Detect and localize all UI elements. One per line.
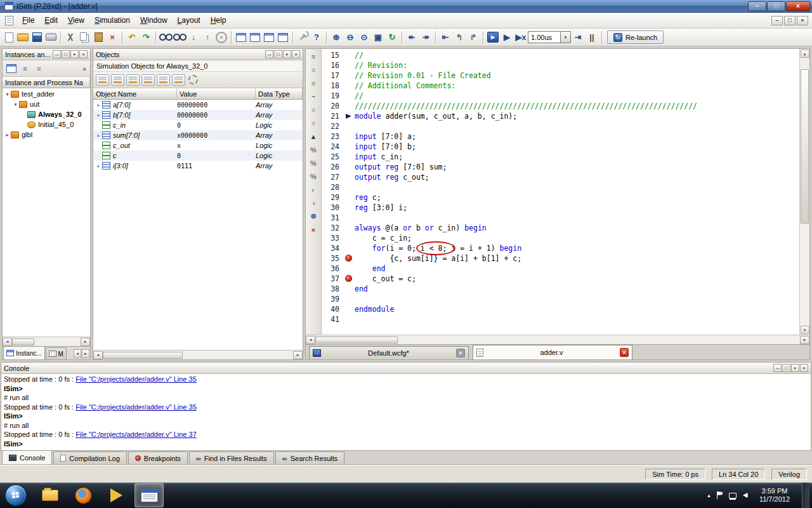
expand-all-icon[interactable]: ≡ xyxy=(19,63,31,74)
paste-button[interactable] xyxy=(91,30,105,44)
marker-gutter[interactable] xyxy=(344,274,355,284)
code-text[interactable]: output reg c_out; xyxy=(355,172,429,182)
add-signals-icon[interactable]: ≡ xyxy=(308,50,320,62)
code-text[interactable]: // Revision 0.01 - File Created xyxy=(355,70,491,81)
object-row-c[interactable]: c0Logic xyxy=(93,150,303,161)
zoom-area-button[interactable]: ▣ xyxy=(371,30,385,44)
console-tab-console[interactable]: Console xyxy=(2,450,52,464)
menu-simulation[interactable]: Simulation xyxy=(89,14,135,27)
code-text[interactable]: // Additional Comments: xyxy=(355,81,455,91)
goto-previous-transition-button[interactable]: ↞ xyxy=(405,30,419,44)
object-row-c-in[interactable]: c_in0Logic xyxy=(93,120,303,130)
window-close-button[interactable]: × xyxy=(786,1,810,11)
editor-vscroll-up-arrow[interactable]: ▴ xyxy=(801,50,809,58)
console-tab-find-in-files-results[interactable]: ∞Find in Files Results xyxy=(189,451,274,464)
marker-gutter[interactable] xyxy=(344,182,355,192)
filter-internal-icon[interactable] xyxy=(141,74,155,86)
taskbar-firefox-button[interactable] xyxy=(69,483,98,507)
step-return-button[interactable]: ↰ xyxy=(452,30,466,44)
code-text[interactable]: module adder(sum, c_out, a, b, c_in); xyxy=(355,111,517,121)
tab-adder-v[interactable]: adder.v× xyxy=(473,345,632,359)
add-group-icon[interactable]: ≡ xyxy=(308,77,320,89)
code-text[interactable]: endmodule xyxy=(355,304,394,314)
find-in-files-button[interactable] xyxy=(173,30,187,44)
menu-edit[interactable]: Edit xyxy=(39,14,63,27)
objects-minimize-button[interactable]: ▪ xyxy=(283,50,291,58)
marker-gutter[interactable] xyxy=(344,91,355,101)
marker-gutter[interactable] xyxy=(344,50,355,60)
break-button[interactable]: || xyxy=(585,30,599,44)
instances-column-label[interactable]: Instance and Process Na xyxy=(3,77,90,88)
arrange-windows-button[interactable] xyxy=(276,30,290,44)
copy-button[interactable] xyxy=(77,30,91,44)
instances-float-button[interactable]: ↔ xyxy=(53,50,61,58)
tree-expander[interactable]: ▾ xyxy=(4,91,11,97)
objects-column-value[interactable]: Value xyxy=(177,88,256,99)
mdi-restore-button[interactable]: □ xyxy=(784,16,796,25)
row-expander[interactable]: ▸ xyxy=(95,133,102,138)
tree-item-uut[interactable]: ▾uut xyxy=(3,99,90,109)
code-text[interactable]: reg c; xyxy=(355,192,381,203)
breakpoint-marker[interactable] xyxy=(345,255,352,262)
volume-icon[interactable] xyxy=(743,493,747,498)
add-divider-icon[interactable]: ≡ xyxy=(308,64,320,76)
tab-memory[interactable]: M xyxy=(46,347,67,359)
filter-outputs-icon[interactable] xyxy=(111,74,124,86)
instances-scroll-track[interactable] xyxy=(12,338,81,346)
code-text[interactable]: reg [3:0] i; xyxy=(355,203,407,213)
objects-settings-icon[interactable] xyxy=(187,74,199,86)
tab-default-wcfg[interactable]: ~Default.wcfg*× xyxy=(309,346,469,359)
menu-window[interactable]: Window xyxy=(135,14,173,27)
open-button[interactable] xyxy=(16,30,30,44)
window-minimize-button[interactable]: – xyxy=(748,1,766,11)
taskbar-explorer-button[interactable] xyxy=(36,483,65,507)
sort-instances-icon[interactable]: ≡ xyxy=(33,63,45,74)
code-text[interactable]: for(i = 0; i < 8; i = i + 1) begin xyxy=(355,243,521,253)
run-duration-combo[interactable]: 1.00us xyxy=(528,31,561,43)
collapse-signals-icon[interactable]: ≡ xyxy=(308,117,320,129)
marker-gutter[interactable] xyxy=(344,284,355,294)
find-previous-button[interactable]: ↑ xyxy=(200,30,214,44)
code-text[interactable]: ////////////////////////////////////////… xyxy=(355,101,697,111)
editor-vscroll-thumb[interactable] xyxy=(801,69,809,224)
taskbar-ise-button[interactable] xyxy=(102,483,131,507)
marker-gutter[interactable] xyxy=(344,70,355,81)
objects-column-data-type[interactable]: Data Type xyxy=(256,88,303,99)
clear-find-button[interactable] xyxy=(214,30,228,44)
console-tab-breakpoints[interactable]: Breakpoints xyxy=(128,451,188,464)
editor-scroll-left-arrow[interactable]: ◂ xyxy=(306,336,315,344)
marker-gutter[interactable] xyxy=(344,172,355,182)
mdi-minimize-button[interactable]: – xyxy=(771,16,783,25)
console-source-link[interactable]: File "C:/projects/adder/adder.v" Line 37 xyxy=(75,431,197,438)
tab-instances[interactable]: Instanc... xyxy=(3,346,45,359)
tabs-scroll-left-button[interactable]: ◂ xyxy=(74,349,81,358)
tab-default-wcfg-close-button[interactable]: × xyxy=(456,349,465,358)
instances-close-button[interactable]: × xyxy=(79,50,88,58)
tree-item-test-adder[interactable]: ▾test_adder xyxy=(3,89,90,99)
object-row-sum-7-0[interactable]: ▸sum[7:0]x0000000Array xyxy=(93,130,303,140)
console-tab-search-results[interactable]: ∞Search Results xyxy=(275,451,344,464)
marker-gutter[interactable] xyxy=(344,213,355,223)
undo-button[interactable]: ↶ xyxy=(125,30,139,44)
code-text[interactable]: // xyxy=(355,50,363,60)
marker-gutter[interactable] xyxy=(344,142,355,152)
objects-float-button[interactable]: ↔ xyxy=(265,50,273,58)
tabs-scroll-right-button[interactable]: ▸ xyxy=(82,349,89,358)
marker-gutter[interactable] xyxy=(344,121,355,131)
console-minimize-button[interactable]: ▪ xyxy=(791,364,799,372)
instances-hscrollbar[interactable]: ◂▸ xyxy=(3,337,90,346)
marker-gutter[interactable] xyxy=(344,101,355,111)
objects-scroll-track[interactable] xyxy=(103,351,293,359)
window-maximize-button[interactable]: □ xyxy=(767,1,785,11)
objects-maximize-button[interactable]: □ xyxy=(274,50,282,58)
marker-gutter[interactable] xyxy=(344,304,355,314)
tile-vertical-button[interactable] xyxy=(262,30,276,44)
step-button[interactable]: ⇥ xyxy=(571,30,585,44)
mdi-close-button[interactable]: × xyxy=(797,16,808,25)
console-output[interactable]: Stopped at time : 0 fs : File "C:/projec… xyxy=(1,374,811,450)
objects-column-object-name[interactable]: Object Name xyxy=(93,88,177,99)
editor-scroll-thumb[interactable] xyxy=(315,337,398,344)
console-close-button[interactable]: × xyxy=(800,364,808,372)
filter-constants-icon[interactable] xyxy=(157,74,170,86)
console-tab-compilation-log[interactable]: Compilation Log xyxy=(53,451,127,464)
